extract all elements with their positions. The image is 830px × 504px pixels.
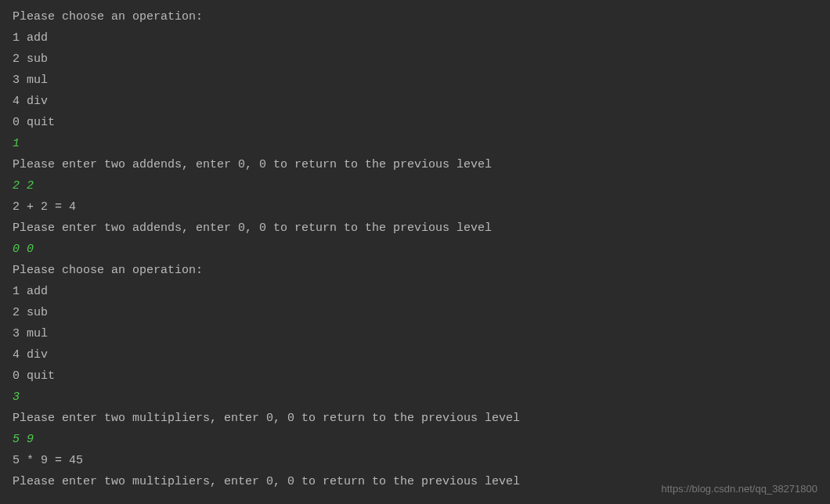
terminal-output-line: Please choose an operation: bbox=[13, 6, 817, 27]
watermark-text: https://blog.csdn.net/qq_38271800 bbox=[662, 478, 818, 499]
terminal-input-line: 1 bbox=[13, 133, 817, 154]
terminal-output-line: 2 sub bbox=[13, 302, 817, 323]
terminal-output-line: Please enter two multipliers, enter 0, 0… bbox=[13, 408, 817, 429]
terminal-input-line: 0 0 bbox=[13, 239, 817, 260]
terminal-output-line: 4 div bbox=[13, 91, 817, 112]
terminal-output-line: 2 sub bbox=[13, 49, 817, 70]
terminal-output-line: Please enter two addends, enter 0, 0 to … bbox=[13, 154, 817, 175]
terminal-output-line: 4 div bbox=[13, 344, 817, 365]
terminal-output-line: 5 * 9 = 45 bbox=[13, 450, 817, 471]
terminal-output: Please choose an operation: 1 add2 sub3 … bbox=[13, 6, 817, 492]
terminal-output-line: 1 add bbox=[13, 281, 817, 302]
terminal-output-line: Please choose an operation: bbox=[13, 260, 817, 281]
terminal-output-line: 0 quit bbox=[13, 365, 817, 387]
terminal-input-line: 5 9 bbox=[13, 429, 817, 450]
terminal-output-line: 0 quit bbox=[13, 112, 817, 133]
terminal-input-line: 3 bbox=[13, 387, 817, 408]
terminal-output-line: 2 + 2 = 4 bbox=[13, 196, 817, 218]
terminal-output-line: 3 mul bbox=[13, 323, 817, 344]
terminal-output-line: Please enter two addends, enter 0, 0 to … bbox=[13, 218, 817, 239]
terminal-output-line: 1 add bbox=[13, 27, 817, 49]
terminal-input-line: 2 2 bbox=[13, 175, 817, 196]
terminal-output-line: 3 mul bbox=[13, 70, 817, 91]
